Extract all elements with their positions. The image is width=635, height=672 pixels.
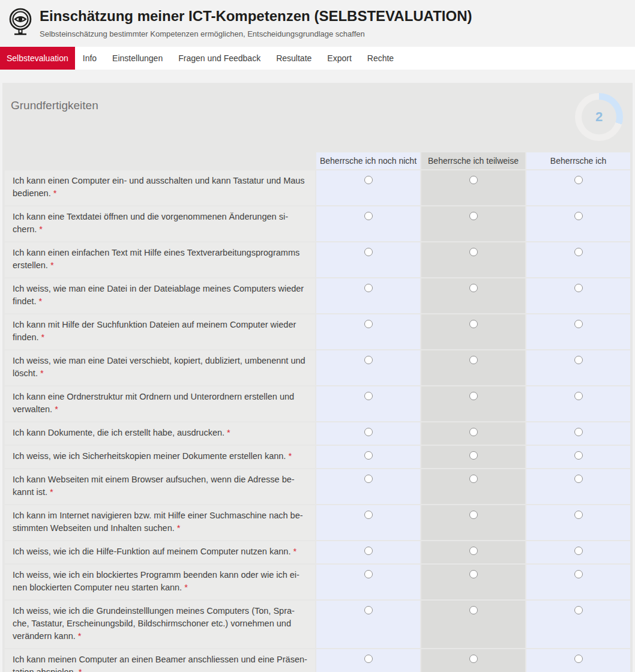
radio-cell-beherrsche[interactable] [526, 601, 630, 648]
radio-button-noch-nicht[interactable] [364, 212, 373, 220]
radio-button-beherrsche[interactable] [574, 320, 583, 328]
nav-tab-resultate[interactable]: Resultate [268, 47, 319, 70]
radio-button-teilweise[interactable] [469, 511, 478, 519]
nav-tab-info[interactable]: Info [75, 47, 104, 70]
radio-button-beherrsche[interactable] [574, 356, 583, 364]
radio-button-noch-nicht[interactable] [364, 655, 373, 663]
radio-cell-beherrsche[interactable] [526, 242, 630, 277]
radio-cell-teilweise[interactable] [421, 565, 525, 599]
radio-button-teilweise[interactable] [469, 320, 478, 328]
radio-cell-beherrsche[interactable] [526, 505, 630, 540]
radio-cell-noch-nicht[interactable] [316, 469, 420, 504]
radio-button-teilweise[interactable] [469, 356, 478, 364]
radio-cell-noch-nicht[interactable] [316, 314, 420, 349]
radio-cell-noch-nicht[interactable] [316, 386, 420, 421]
section-header: Grundfertigkeiten 2 [2, 83, 633, 151]
radio-button-teilweise[interactable] [469, 570, 478, 578]
radio-cell-teilweise[interactable] [421, 446, 525, 468]
radio-button-teilweise[interactable] [469, 248, 478, 256]
nav-tab-rechte[interactable]: Rechte [360, 47, 402, 70]
radio-button-noch-nicht[interactable] [364, 392, 373, 400]
radio-button-beherrsche[interactable] [574, 248, 583, 256]
radio-cell-beherrsche[interactable] [526, 170, 630, 205]
radio-cell-noch-nicht[interactable] [316, 278, 420, 313]
radio-cell-teilweise[interactable] [421, 170, 525, 205]
radio-button-beherrsche[interactable] [574, 284, 583, 292]
radio-cell-teilweise[interactable] [421, 386, 525, 421]
nav-tab-export[interactable]: Export [319, 47, 359, 70]
radio-button-teilweise[interactable] [469, 392, 478, 400]
radio-cell-teilweise[interactable] [421, 242, 525, 277]
table-row: Ich weiss, wie ich die Grundeinstelllung… [5, 601, 630, 648]
radio-cell-teilweise[interactable] [421, 278, 525, 313]
radio-button-beherrsche[interactable] [574, 392, 583, 400]
radio-cell-beherrsche[interactable] [526, 565, 630, 599]
radio-button-beherrsche[interactable] [574, 212, 583, 220]
radio-cell-noch-nicht[interactable] [316, 422, 420, 445]
radio-button-beherrsche[interactable] [574, 570, 583, 578]
radio-cell-beherrsche[interactable] [526, 469, 630, 504]
radio-cell-teilweise[interactable] [421, 541, 525, 563]
radio-button-teilweise[interactable] [469, 451, 478, 460]
radio-button-beherrsche[interactable] [574, 547, 583, 555]
radio-cell-noch-nicht[interactable] [316, 565, 420, 599]
radio-button-noch-nicht[interactable] [364, 606, 373, 614]
radio-button-beherrsche[interactable] [574, 606, 583, 614]
radio-cell-teilweise[interactable] [421, 469, 525, 504]
radio-cell-noch-nicht[interactable] [316, 541, 420, 563]
nav-tab-selbstevaluation[interactable]: Selbstevaluation [0, 47, 75, 70]
radio-cell-beherrsche[interactable] [526, 446, 630, 468]
radio-cell-beherrsche[interactable] [526, 649, 630, 672]
radio-cell-teilweise[interactable] [421, 422, 525, 445]
radio-button-noch-nicht[interactable] [364, 320, 373, 328]
radio-button-teilweise[interactable] [469, 176, 478, 184]
radio-cell-teilweise[interactable] [421, 350, 525, 385]
radio-button-teilweise[interactable] [469, 284, 478, 292]
radio-button-noch-nicht[interactable] [364, 511, 373, 519]
radio-cell-teilweise[interactable] [421, 649, 525, 672]
radio-cell-teilweise[interactable] [421, 601, 525, 648]
radio-cell-beherrsche[interactable] [526, 278, 630, 313]
radio-cell-noch-nicht[interactable] [316, 242, 420, 277]
radio-button-teilweise[interactable] [469, 547, 478, 555]
radio-cell-noch-nicht[interactable] [316, 170, 420, 205]
radio-button-noch-nicht[interactable] [364, 176, 373, 184]
radio-cell-beherrsche[interactable] [526, 314, 630, 349]
radio-button-noch-nicht[interactable] [364, 547, 373, 555]
radio-cell-beherrsche[interactable] [526, 386, 630, 421]
radio-cell-noch-nicht[interactable] [316, 446, 420, 468]
radio-button-noch-nicht[interactable] [364, 356, 373, 364]
radio-cell-beherrsche[interactable] [526, 350, 630, 385]
nav-tab-einstellungen[interactable]: Einstellungen [104, 47, 170, 70]
radio-cell-beherrsche[interactable] [526, 206, 630, 241]
radio-cell-beherrsche[interactable] [526, 541, 630, 563]
radio-cell-teilweise[interactable] [421, 505, 525, 540]
radio-button-noch-nicht[interactable] [364, 428, 373, 436]
radio-button-beherrsche[interactable] [574, 475, 583, 483]
radio-cell-beherrsche[interactable] [526, 422, 630, 445]
radio-button-noch-nicht[interactable] [364, 570, 373, 578]
radio-cell-teilweise[interactable] [421, 314, 525, 349]
radio-cell-noch-nicht[interactable] [316, 206, 420, 241]
radio-button-noch-nicht[interactable] [364, 248, 373, 256]
radio-button-teilweise[interactable] [469, 212, 478, 220]
radio-button-beherrsche[interactable] [574, 655, 583, 663]
radio-button-noch-nicht[interactable] [364, 475, 373, 483]
radio-cell-noch-nicht[interactable] [316, 350, 420, 385]
nav-tab-fragen-und-feedback[interactable]: Fragen und Feedback [170, 47, 268, 70]
radio-button-teilweise[interactable] [469, 428, 478, 436]
radio-button-noch-nicht[interactable] [364, 284, 373, 292]
radio-button-teilweise[interactable] [469, 475, 478, 483]
content-panel: Grundfertigkeiten 2 Beherrsche ich noch … [2, 83, 633, 672]
radio-cell-noch-nicht[interactable] [316, 649, 420, 672]
radio-cell-noch-nicht[interactable] [316, 505, 420, 540]
radio-button-beherrsche[interactable] [574, 428, 583, 436]
radio-button-noch-nicht[interactable] [364, 451, 373, 460]
radio-button-beherrsche[interactable] [574, 511, 583, 519]
radio-button-teilweise[interactable] [469, 655, 478, 663]
radio-button-teilweise[interactable] [469, 606, 478, 614]
radio-cell-teilweise[interactable] [421, 206, 525, 241]
radio-cell-noch-nicht[interactable] [316, 601, 420, 648]
radio-button-beherrsche[interactable] [574, 451, 583, 460]
radio-button-beherrsche[interactable] [574, 176, 583, 184]
